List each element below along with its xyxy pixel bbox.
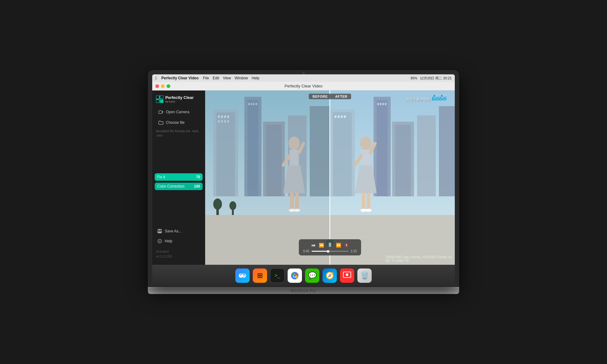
sidebar: Perfectly Clear By EyeQ Open Camera [152,91,205,265]
color-correction-slider[interactable]: Color Correction 100 [155,183,203,190]
skip-back-button[interactable]: ⏮ [311,243,316,248]
choose-file-button[interactable]: Choose file [155,118,203,127]
play-pause-button[interactable]: ⏸ [327,242,333,248]
close-button[interactable] [155,84,159,88]
menu-bar-app-name: Perfectly Clear Video [161,76,199,80]
svg-point-74 [360,137,371,150]
screen:  Perfectly Clear Video File Edit View W… [152,74,455,287]
screenium-icon [343,271,351,280]
apple-logo-icon:  [155,76,157,81]
sidebar-logo: Perfectly Clear By EyeQ [152,94,205,107]
svg-rect-7 [159,229,161,231]
menu-help[interactable]: Help [252,76,259,80]
rewind-button[interactable]: ⏪ [319,243,324,248]
svg-point-43 [289,137,300,150]
watermark-channel: 我是小麦伊哦哦 [406,97,430,102]
open-camera-label: Open Camera [166,110,189,114]
svg-rect-61 [377,103,379,105]
traffic-lights [155,84,170,88]
svg-point-40 [213,198,222,210]
svg-rect-22 [224,120,226,123]
dock-safari[interactable]: 🧭 [322,268,337,283]
dock-trash[interactable]: 🗑️ [357,268,372,283]
progress-bar[interactable] [312,251,348,252]
window-title: Perfectly Clear Video [285,84,322,88]
save-as-button[interactable]: Save As... [155,227,203,236]
dock-finder[interactable] [235,268,250,283]
open-camera-button[interactable]: Open Camera [155,107,203,117]
dock-chrome[interactable] [288,268,302,283]
svg-rect-16 [218,115,220,118]
svg-rect-27 [251,103,252,105]
dock-launchpad[interactable]: ⊞ [253,268,267,283]
svg-rect-79 [362,193,365,210]
fix-it-label: Fix it [157,175,165,179]
svg-rect-68 [439,106,455,196]
save-icon [157,229,162,234]
svg-rect-58 [344,115,346,118]
watermark: 我是小麦伊哦哦 bilibili [406,95,450,104]
title-bar: Perfectly Clear Video [152,82,455,91]
minimize-button[interactable] [161,84,165,88]
slider-section: Fix it 70 Color Correction 100 [152,173,205,192]
help-icon: ? [157,239,162,244]
svg-rect-55 [335,115,336,118]
bilibili-logo: bilibili [432,95,450,104]
video-resolution-info: 1920x1090 Type: Format_YUV420P Format: 1… [386,255,452,259]
svg-rect-2 [156,100,159,103]
color-correction-value: 100 [194,184,200,189]
playback-controls: ⏮ ⏪ ⏸ ⏩ 🔇 [303,242,357,248]
svg-rect-29 [256,103,257,105]
dock: ⊞ >_ 💬 [152,265,455,287]
logo-sub: By EyeQ [165,100,194,103]
svg-rect-18 [224,115,226,118]
bilibili-logo-icon: bilibili [432,95,450,102]
svg-rect-31 [266,125,282,196]
svg-rect-64 [385,103,386,105]
dock-wechat[interactable]: 💬 [305,268,319,283]
svg-rect-67 [417,115,436,196]
svg-rect-26 [248,103,250,105]
svg-rect-21 [221,120,223,123]
macbook-label: MacBook Pro [290,289,316,293]
video-controls[interactable]: ⏮ ⏪ ⏸ ⏩ 🔇 0:45 [299,239,361,255]
macbook-chin: MacBook Pro [148,287,459,294]
menu-edit[interactable]: Edit [213,76,219,80]
menu-view[interactable]: View [223,76,231,80]
dock-terminal[interactable]: >_ [270,268,285,283]
fast-forward-button[interactable]: ⏩ [336,243,341,248]
svg-point-93 [243,274,245,275]
activated-text: Activated [156,249,201,254]
svg-rect-56 [338,115,340,118]
svg-rect-66 [395,125,411,196]
svg-rect-80 [367,193,370,210]
menu-window[interactable]: Window [235,76,248,80]
perfectly-clear-logo-icon [156,96,163,103]
version-info: Activated v4.2.0.2359 [152,248,205,262]
svg-text:?: ? [159,240,161,243]
svg-rect-63 [382,103,384,105]
maximize-button[interactable] [167,84,170,88]
volume-icon[interactable]: 🔇 [344,243,349,247]
svg-rect-83 [329,91,330,265]
color-correction-label: Color Correction [157,184,184,189]
svg-rect-15 [216,112,235,196]
file-hint: Accepted file formats are .mp4, .mov [152,128,205,141]
time-current: 0:45 [303,250,309,253]
dock-screenium[interactable] [340,268,354,283]
finder-icon [238,271,247,280]
svg-point-98 [346,273,348,276]
video-scene [205,91,455,265]
svg-rect-60 [377,100,388,196]
video-info: 1920x1090 Type: Format_YUV420P Format: 1… [386,255,452,262]
fix-it-value: 70 [196,175,200,179]
menu-bar-right: 95% 12月20日 周二 20:21 [411,76,452,81]
fix-it-slider[interactable]: Fix it 70 [155,173,203,181]
help-button[interactable]: ? Help [155,237,203,245]
svg-rect-88 [434,95,435,97]
trash-icon: 🗑️ [360,272,369,280]
after-label: AFTER [332,94,351,99]
menu-bar:  Perfectly Clear Video File Edit View W… [152,74,455,82]
camera [302,72,305,74]
menu-file[interactable]: File [203,76,209,80]
